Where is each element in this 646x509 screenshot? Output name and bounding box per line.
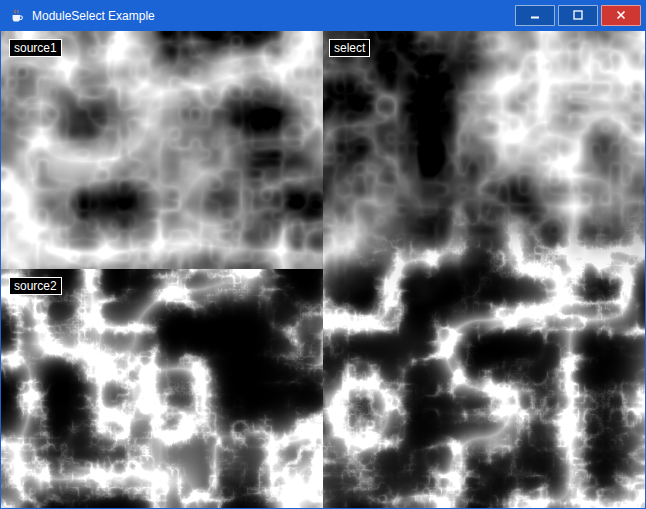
- maximize-icon: [573, 8, 583, 23]
- app-window: ModuleSelect Example source1 select s: [0, 0, 646, 509]
- titlebar[interactable]: ModuleSelect Example: [1, 1, 645, 31]
- minimize-button[interactable]: [515, 5, 555, 26]
- client-area: source1 select source2: [1, 31, 645, 508]
- close-icon: [616, 8, 626, 23]
- java-icon: [9, 8, 25, 24]
- noise-render-canvas: [1, 31, 645, 508]
- window-controls: [515, 5, 641, 26]
- minimize-icon: [530, 8, 540, 23]
- label-select: select: [329, 39, 370, 57]
- maximize-button[interactable]: [558, 5, 598, 26]
- window-title: ModuleSelect Example: [32, 1, 155, 31]
- label-source2: source2: [9, 277, 62, 295]
- close-button[interactable]: [601, 5, 641, 26]
- label-source1: source1: [9, 39, 62, 57]
